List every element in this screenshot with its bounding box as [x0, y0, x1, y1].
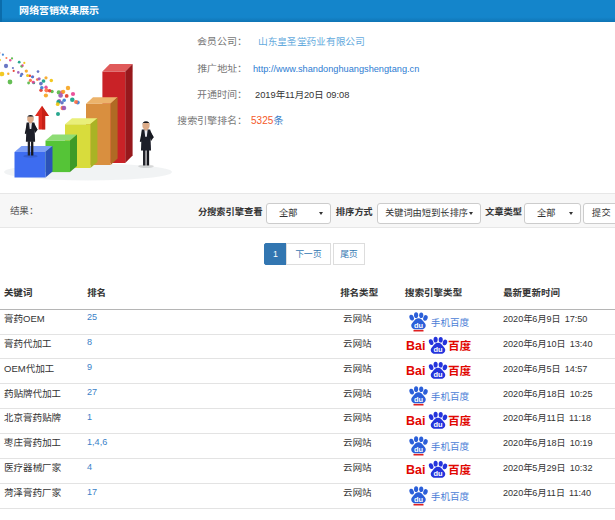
svg-text:du: du	[433, 420, 443, 429]
svg-text:Bai: Bai	[406, 463, 425, 477]
svg-text:百度: 百度	[448, 362, 472, 378]
svg-text:du: du	[414, 445, 424, 454]
svg-text:百度: 百度	[448, 337, 472, 353]
svg-text:百度: 百度	[448, 412, 472, 428]
svg-text:手机百度: 手机百度	[431, 439, 470, 453]
svg-text:手机百度: 手机百度	[431, 314, 470, 328]
svg-text:du: du	[414, 494, 424, 503]
svg-text:Bai: Bai	[406, 414, 425, 428]
svg-text:du: du	[433, 469, 443, 478]
svg-text:Bai: Bai	[406, 339, 425, 353]
svg-text:Bai: Bai	[406, 364, 425, 378]
svg-text:du: du	[433, 370, 443, 379]
svg-text:du: du	[433, 345, 443, 354]
svg-text:百度: 百度	[448, 461, 472, 477]
svg-text:手机百度: 手机百度	[431, 389, 470, 403]
svg-text:du: du	[414, 320, 424, 329]
svg-text:手机百度: 手机百度	[431, 488, 470, 502]
svg-text:du: du	[414, 395, 424, 404]
